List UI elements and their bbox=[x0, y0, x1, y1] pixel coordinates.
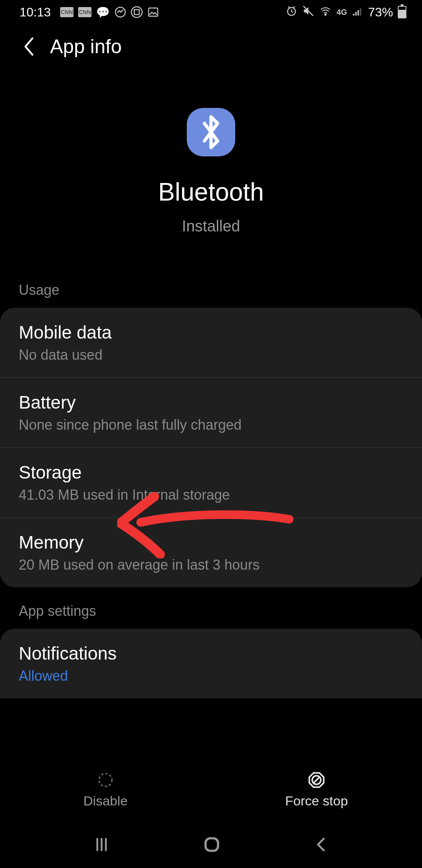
force-stop-label: Force stop bbox=[285, 793, 348, 809]
status-right: 4G 73% bbox=[286, 5, 406, 20]
recents-button[interactable] bbox=[93, 836, 110, 853]
bottom-action-bar: Disable Force stop bbox=[0, 759, 422, 821]
cnn-icon: CNN bbox=[78, 7, 91, 17]
page-title: App info bbox=[50, 35, 122, 58]
item-sub: None since phone last fully charged bbox=[19, 417, 403, 433]
app-summary: Bluetooth Installed bbox=[0, 108, 422, 235]
home-button[interactable] bbox=[202, 835, 221, 854]
svg-rect-18 bbox=[206, 838, 218, 851]
signal-icon bbox=[352, 5, 363, 19]
mute-vibrate-icon bbox=[302, 5, 315, 20]
list-item-battery[interactable]: Battery None since phone last fully char… bbox=[0, 378, 422, 448]
item-title: Mobile data bbox=[19, 322, 403, 343]
back-icon[interactable] bbox=[22, 37, 36, 56]
scroll-area[interactable]: Bluetooth Installed Usage Mobile data No… bbox=[0, 108, 422, 698]
item-title: Storage bbox=[19, 462, 403, 483]
status-time: 10:13 bbox=[20, 5, 51, 20]
app-icon bbox=[131, 7, 143, 17]
section-title-usage: Usage bbox=[0, 282, 422, 308]
force-stop-button[interactable]: Force stop bbox=[211, 759, 422, 821]
back-button[interactable] bbox=[313, 836, 329, 853]
list-item-mobile-data[interactable]: Mobile data No data used bbox=[0, 308, 422, 378]
svg-point-6 bbox=[325, 14, 327, 15]
svg-rect-8 bbox=[355, 12, 357, 15]
alarm-icon bbox=[286, 5, 297, 20]
svg-rect-2 bbox=[134, 10, 139, 15]
status-left: 10:13 CNN CNN 💬 bbox=[20, 5, 159, 20]
list-item-notifications[interactable]: Notifications Allowed bbox=[0, 629, 422, 698]
item-sub: 41.03 MB used in Internal storage bbox=[19, 487, 403, 503]
system-nav-bar bbox=[0, 821, 422, 868]
app-settings-card: Notifications Allowed bbox=[0, 629, 422, 698]
svg-rect-10 bbox=[360, 8, 361, 16]
battery-percent: 73% bbox=[368, 5, 393, 20]
disable-icon bbox=[97, 771, 114, 789]
svg-rect-7 bbox=[353, 14, 354, 16]
section-title-app-settings: App settings bbox=[0, 603, 422, 629]
list-item-storage[interactable]: Storage 41.03 MB used in Internal storag… bbox=[0, 448, 422, 518]
bluetooth-icon bbox=[187, 108, 235, 156]
messenger-icon bbox=[114, 7, 126, 17]
status-bar: 10:13 CNN CNN 💬 4G 73% bbox=[0, 0, 422, 24]
disable-button[interactable]: Disable bbox=[0, 759, 211, 821]
chat-icon: 💬 bbox=[96, 7, 110, 17]
header: App info bbox=[0, 24, 422, 65]
battery-icon bbox=[398, 6, 406, 18]
svg-point-1 bbox=[131, 7, 142, 18]
item-title: Battery bbox=[19, 392, 403, 413]
force-stop-icon bbox=[308, 771, 325, 789]
list-item-memory[interactable]: Memory 20 MB used on average in last 3 h… bbox=[0, 518, 422, 587]
wifi-icon bbox=[319, 5, 332, 19]
image-icon bbox=[147, 7, 159, 17]
cnn-icon: CNN bbox=[60, 7, 73, 17]
svg-point-11 bbox=[99, 773, 112, 786]
item-sub: Allowed bbox=[19, 668, 403, 684]
app-status: Installed bbox=[182, 217, 240, 235]
item-sub: 20 MB used on average in last 3 hours bbox=[19, 557, 403, 573]
app-name: Bluetooth bbox=[158, 178, 264, 206]
item-sub: No data used bbox=[19, 347, 403, 363]
item-title: Notifications bbox=[19, 643, 403, 664]
usage-card: Mobile data No data used Battery None si… bbox=[0, 308, 422, 587]
disable-label: Disable bbox=[83, 793, 127, 809]
item-title: Memory bbox=[19, 532, 403, 553]
4g-icon: 4G bbox=[336, 8, 347, 17]
svg-line-14 bbox=[314, 777, 320, 783]
svg-rect-9 bbox=[358, 10, 359, 15]
